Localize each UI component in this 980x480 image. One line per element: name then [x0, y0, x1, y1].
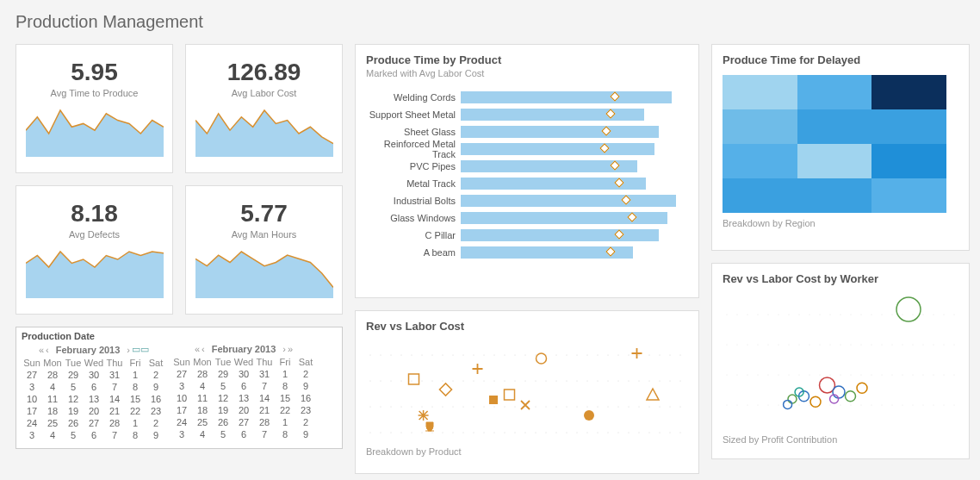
produce-time-by-product-card[interactable]: Produce Time by Product Marked with Avg …	[355, 44, 699, 298]
calendar-day[interactable]: 14	[254, 392, 275, 404]
calendar-day[interactable]: 20	[84, 405, 104, 417]
calendar-day[interactable]: 28	[254, 416, 275, 428]
calendar-day[interactable]: 11	[42, 393, 63, 405]
calendar-day[interactable]: 28	[104, 417, 125, 429]
calendar-day[interactable]: 17	[171, 404, 192, 416]
calendar-next-month-icon[interactable]: ›	[282, 344, 286, 354]
calendar-day[interactable]: 16	[295, 392, 316, 404]
calendar-day[interactable]: 21	[104, 405, 125, 417]
calendar-day[interactable]: 1	[125, 417, 146, 429]
calendar-day[interactable]: 12	[213, 392, 233, 404]
calendar-day[interactable]: 17	[22, 405, 42, 417]
calendar-day[interactable]: 6	[233, 428, 254, 440]
calendar-prev-year-icon[interactable]: «	[39, 345, 44, 355]
calendar-day[interactable]: 15	[125, 393, 146, 405]
calendar-prev-year-icon[interactable]: «	[195, 344, 200, 354]
calendar-day[interactable]: 11	[192, 392, 213, 404]
calendar-day[interactable]: 9	[146, 429, 166, 441]
calendar-day[interactable]: 7	[254, 380, 275, 392]
kpi-avg-labor-cost[interactable]: 126.89 Avg Labor Cost	[185, 44, 343, 173]
calendar-day[interactable]: 29	[63, 369, 84, 381]
calendar-day[interactable]: 29	[213, 368, 233, 380]
calendar-day[interactable]: 28	[192, 368, 213, 380]
calendar-day[interactable]: 5	[63, 381, 84, 393]
calendar-day[interactable]: 5	[213, 380, 233, 392]
calendar-day[interactable]: 23	[295, 404, 316, 416]
calendar-day[interactable]: 15	[275, 392, 295, 404]
calendar-prev-month-icon[interactable]: ‹	[202, 344, 205, 354]
calendar-day[interactable]: 25	[42, 417, 63, 429]
calendar-day[interactable]: 8	[275, 428, 295, 440]
calendar-day[interactable]: 27	[84, 417, 104, 429]
calendar-day[interactable]: 6	[233, 380, 254, 392]
calendar-day[interactable]: 13	[84, 393, 104, 405]
calendar-day[interactable]: 24	[171, 416, 192, 428]
calendar-next-month-icon[interactable]: ›	[127, 345, 130, 355]
calendar-day[interactable]: 24	[22, 417, 42, 429]
calendar-day[interactable]: 2	[146, 417, 166, 429]
calendar-day[interactable]: 23	[146, 405, 166, 417]
calendar-day[interactable]: 8	[125, 429, 146, 441]
rev-vs-labor-by-worker-card[interactable]: Rev vs Labor Cost by Worker Sized by Pro…	[711, 263, 970, 459]
calendar-next-year-icon[interactable]: »	[288, 344, 293, 354]
calendar-day[interactable]: 8	[275, 380, 295, 392]
calendar-day[interactable]: 7	[254, 428, 275, 440]
calendar-day[interactable]: 31	[254, 368, 275, 380]
calendar-day[interactable]: 9	[146, 381, 166, 393]
calendar-day[interactable]: 20	[233, 404, 254, 416]
calendar-day[interactable]: 25	[192, 416, 213, 428]
kpi-avg-man-hours[interactable]: 5.77 Avg Man Hours	[185, 185, 343, 315]
calendar-day[interactable]: 6	[84, 429, 104, 441]
calendar-day[interactable]: 16	[146, 393, 166, 405]
kpi-avg-defects[interactable]: 8.18 Avg Defects	[16, 185, 173, 315]
calendar-day[interactable]: 26	[213, 416, 233, 428]
production-date-filter[interactable]: Production Date «‹February 2013›▭▭SunMon…	[16, 327, 343, 449]
calendar-day[interactable]: 26	[63, 417, 84, 429]
calendar-day[interactable]: 5	[213, 428, 233, 440]
calendar-day[interactable]: 22	[125, 405, 146, 417]
calendar-day[interactable]: 21	[254, 404, 275, 416]
calendar-day[interactable]: 10	[171, 392, 192, 404]
calendar-day[interactable]: 12	[63, 393, 84, 405]
calendar-day[interactable]: 1	[125, 369, 146, 381]
calendar-day[interactable]: 4	[42, 429, 63, 441]
calendar-day[interactable]: 13	[233, 392, 254, 404]
calendar-day[interactable]: 10	[22, 393, 42, 405]
calendar-prev-month-icon[interactable]: ‹	[46, 345, 49, 355]
calendar-day[interactable]: 4	[192, 380, 213, 392]
calendar-day[interactable]: 7	[104, 429, 125, 441]
calendar-day[interactable]: 28	[42, 369, 63, 381]
calendar-day[interactable]: 3	[22, 381, 42, 393]
calendar-day[interactable]: 4	[192, 428, 213, 440]
calendar-day[interactable]: 2	[295, 368, 316, 380]
calendar-day[interactable]: 1	[275, 416, 295, 428]
calendar-day[interactable]: 8	[125, 381, 146, 393]
calendar-day[interactable]: 18	[192, 404, 213, 416]
calendar-day[interactable]: 9	[295, 428, 316, 440]
calendar-day[interactable]: 30	[84, 369, 104, 381]
calendar-day[interactable]: 27	[233, 416, 254, 428]
calendar-day[interactable]: 22	[275, 404, 295, 416]
calendar-day[interactable]: 3	[171, 428, 192, 440]
calendar-day[interactable]: 18	[42, 405, 63, 417]
calendar-day[interactable]: 19	[63, 405, 84, 417]
kpi-avg-time[interactable]: 5.95 Avg Time to Produce	[16, 44, 173, 173]
calendar-day[interactable]: 2	[295, 416, 316, 428]
produce-time-delayed-card[interactable]: Produce Time for Delayed Breakdown by Re…	[711, 44, 970, 251]
rev-vs-labor-cost-card[interactable]: Rev vs Labor Cost Breakdown by Product	[355, 310, 699, 474]
calendar-day[interactable]: 27	[22, 369, 42, 381]
calendar-day[interactable]: 19	[213, 404, 233, 416]
calendar-day[interactable]: 3	[22, 429, 42, 441]
calendar-day[interactable]: 31	[104, 369, 125, 381]
calendar-day[interactable]: 1	[275, 368, 295, 380]
calendar-day[interactable]: 14	[104, 393, 125, 405]
calendar-day[interactable]: 4	[42, 381, 63, 393]
calendar-day[interactable]: 5	[63, 429, 84, 441]
calendar-day[interactable]: 3	[171, 380, 192, 392]
calendar-day[interactable]: 27	[171, 368, 192, 380]
calendar-day[interactable]: 30	[233, 368, 254, 380]
calendar-day[interactable]: 9	[295, 380, 316, 392]
calendar-day[interactable]: 6	[84, 381, 104, 393]
calendar-day[interactable]: 7	[104, 381, 125, 393]
calendar-day[interactable]: 2	[146, 369, 166, 381]
